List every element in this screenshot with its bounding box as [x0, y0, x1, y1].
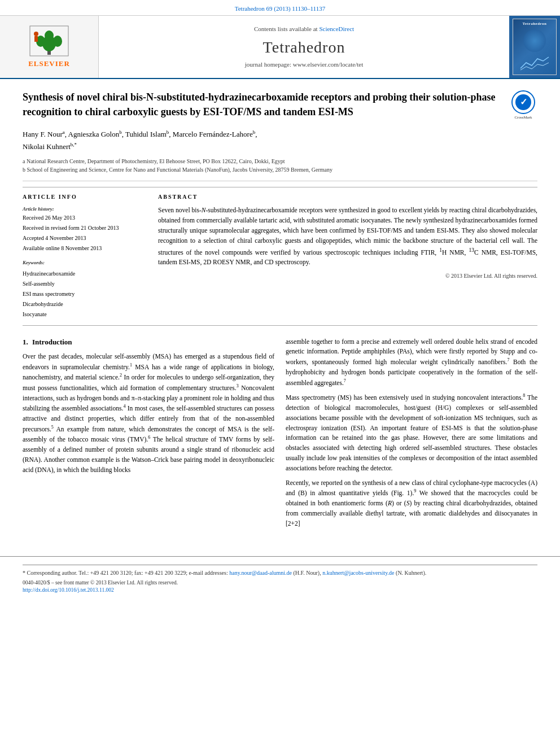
right-column: assemble together to form a precise and … — [286, 337, 537, 534]
elsevier-tree-icon — [29, 25, 69, 56]
left-column: 1. Introduction Over the past decades, m… — [23, 337, 274, 534]
crossmark-icon: ✓ — [515, 94, 531, 110]
accepted-date: Accepted 4 November 2013 — [23, 233, 147, 243]
received-date: Received 26 May 2013 — [23, 213, 147, 223]
history-label: Article history: — [23, 206, 147, 213]
cover-title: Tetrahedron — [523, 21, 547, 27]
article-content: 1. Introduction Over the past decades, m… — [23, 337, 537, 534]
intro-paragraph-3: Mass spectrometry (MS) has been extensiv… — [286, 392, 537, 473]
affiliation-b: b School of Engineering and Science, Cen… — [23, 165, 537, 174]
intro-paragraph-2: assemble together to form a precise and … — [286, 337, 537, 388]
copyright-line: © 2013 Elsevier Ltd. All rights reserved… — [158, 272, 537, 280]
svg-point-4 — [45, 30, 54, 41]
intro-paragraph-1: Over the past decades, molecular self-as… — [23, 352, 274, 475]
sciencedirect-link[interactable]: ScienceDirect — [319, 25, 354, 32]
svg-point-5 — [34, 32, 38, 36]
affiliations: a National Research Centre, Department o… — [23, 157, 537, 174]
svg-rect-6 — [34, 36, 38, 42]
intro-paragraph-4: Recently, we reported on the synthesis o… — [286, 478, 537, 529]
email-kuhnert[interactable]: n.kuhnert@jacobs-university.de — [322, 570, 394, 576]
journal-citation: Tetrahedron 69 (2013) 11130–11137 — [235, 5, 325, 12]
elsevier-label: ELSEVIER — [28, 59, 70, 69]
info-abstract-section: ARTICLE INFO Article history: Received 2… — [23, 187, 537, 325]
online-date: Available online 8 November 2013 — [23, 243, 147, 254]
introduction-heading: 1. Introduction — [23, 337, 274, 347]
abstract-section: ABSTRACT Seven novel bis-N-substituted-h… — [158, 193, 537, 319]
article-dates: Received 26 May 2013 Received in revised… — [23, 213, 147, 254]
keywords-label: Keywords: — [23, 259, 147, 267]
section-divider — [23, 181, 537, 181]
contents-available-text: Contents lists available at ScienceDirec… — [254, 25, 354, 33]
cover-graph-icon — [518, 54, 552, 71]
journal-cover-image: Tetrahedron — [509, 16, 560, 78]
corresponding-author-note: * Corresponding author. Tel.: +49 421 20… — [23, 569, 537, 577]
abstract-text: Seven novel bis-N-substituted-hydrazinec… — [158, 206, 537, 268]
keywords-section: Keywords: Hydrazinecarboxamide Self-asse… — [23, 259, 147, 320]
article-title-section: Synthesis of novel chiral bis-N-substitu… — [23, 90, 537, 121]
journal-name: Tetrahedron — [263, 36, 345, 58]
crossmark-circle: ✓ — [511, 90, 535, 114]
keyword-3: ESI mass spectrometry — [23, 289, 147, 299]
page: Tetrahedron 69 (2013) 11130–11137 — [0, 0, 560, 747]
journal-citation-header: Tetrahedron 69 (2013) 11130–11137 — [0, 0, 560, 16]
cover-box: Tetrahedron — [513, 19, 557, 75]
author-nour: Hany F. Noura, Agnieszka Golonb, Tuhidul… — [23, 130, 257, 138]
author-kuhnert: Nikolai Kuhnertb,* — [23, 142, 77, 151]
authors-list: Hany F. Noura, Agnieszka Golonb, Tuhidul… — [23, 128, 537, 152]
svg-point-3 — [53, 36, 62, 47]
issn-line: 0040-4020/$ – see front matter © 2013 El… — [23, 579, 537, 587]
doi-link[interactable]: http://dx.doi.org/10.1016/j.tet.2013.11.… — [23, 587, 114, 593]
cover-decoration-circle — [523, 29, 546, 52]
publisher-logo: ELSEVIER — [0, 16, 99, 78]
journal-center: Contents lists available at ScienceDirec… — [99, 16, 509, 78]
section-title-text: Introduction — [32, 338, 72, 346]
article-info-panel: ARTICLE INFO Article history: Received 2… — [23, 193, 147, 319]
article-body: Synthesis of novel chiral bis-N-substitu… — [0, 79, 560, 544]
affiliation-a: a National Research Centre, Department o… — [23, 157, 537, 165]
email-nour[interactable]: hany.nour@daad-alumni.de — [229, 570, 292, 576]
keyword-5: Isocyanate — [23, 309, 147, 320]
elsevier-logo-box: ELSEVIER — [28, 25, 70, 69]
keyword-2: Self-assembly — [23, 279, 147, 289]
journal-homepage: journal homepage: www.elsevier.com/locat… — [245, 60, 363, 69]
article-title: Synthesis of novel chiral bis-N-substitu… — [23, 90, 509, 119]
keyword-1: Hydrazinecarboxamide — [23, 269, 147, 279]
crossmark-label: CrossMark — [514, 115, 532, 121]
revised-date: Received in revised form 21 October 2013 — [23, 223, 147, 233]
keyword-4: Dicarbohydrazide — [23, 299, 147, 309]
article-info-title: ARTICLE INFO — [23, 193, 147, 201]
footnote-divider — [23, 565, 537, 565]
crossmark-badge[interactable]: ✓ CrossMark — [509, 90, 537, 121]
page-footer: * Corresponding author. Tel.: +49 421 20… — [0, 556, 560, 599]
abstract-title: ABSTRACT — [158, 193, 537, 201]
section-number: 1. — [23, 338, 28, 346]
publisher-row: ELSEVIER Contents lists available at Sci… — [0, 16, 560, 79]
